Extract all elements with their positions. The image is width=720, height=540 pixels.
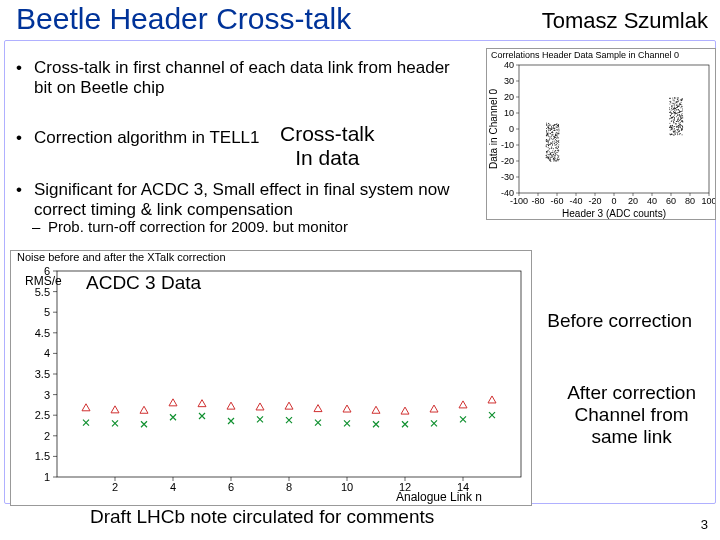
- svg-rect-127: [552, 135, 553, 136]
- svg-rect-420: [673, 109, 674, 110]
- svg-rect-446: [681, 111, 682, 112]
- svg-rect-454: [675, 112, 676, 113]
- svg-rect-221: [552, 155, 553, 156]
- svg-rect-525: [674, 98, 675, 99]
- bullet-2: Correction algorithm in TELL1: [12, 128, 472, 148]
- svg-rect-255: [551, 128, 552, 129]
- svg-rect-398: [682, 118, 683, 119]
- svg-rect-241: [556, 132, 557, 133]
- label-before: Before correction: [547, 310, 692, 332]
- svg-text:4: 4: [44, 347, 50, 359]
- svg-rect-336: [674, 117, 675, 118]
- svg-rect-492: [670, 98, 671, 99]
- svg-rect-547: [679, 106, 680, 107]
- svg-rect-390: [671, 121, 672, 122]
- svg-rect-431: [682, 113, 683, 114]
- svg-rect-376: [672, 127, 673, 128]
- svg-rect-267: [558, 149, 559, 150]
- svg-rect-344: [669, 109, 670, 110]
- svg-rect-274: [558, 128, 559, 129]
- svg-rect-509: [682, 111, 683, 112]
- svg-rect-227: [550, 143, 551, 144]
- svg-rect-214: [548, 126, 549, 127]
- bullet-3: Significant for ACDC 3, Small effect in …: [12, 180, 482, 220]
- svg-rect-517: [677, 132, 678, 133]
- chart-scatter-title: Correlations Header Data Sample in Chann…: [491, 50, 679, 60]
- svg-rect-161: [550, 159, 551, 160]
- svg-rect-361: [674, 128, 675, 129]
- svg-rect-89: [554, 152, 555, 153]
- svg-rect-164: [547, 156, 548, 157]
- svg-rect-341: [679, 123, 680, 124]
- svg-rect-465: [674, 126, 675, 127]
- svg-rect-553: [674, 115, 675, 116]
- svg-rect-369: [670, 123, 671, 124]
- svg-rect-495: [676, 105, 677, 106]
- svg-rect-116: [546, 140, 547, 141]
- svg-rect-370: [673, 121, 674, 122]
- svg-rect-270: [548, 141, 549, 142]
- svg-rect-367: [678, 132, 679, 133]
- svg-text:-20: -20: [588, 196, 601, 206]
- svg-rect-266: [554, 156, 555, 157]
- svg-rect-392: [677, 115, 678, 116]
- svg-rect-290: [552, 132, 553, 133]
- svg-rect-151: [549, 159, 550, 160]
- svg-text:6: 6: [228, 481, 234, 493]
- svg-text:-80: -80: [531, 196, 544, 206]
- svg-rect-548: [673, 123, 674, 124]
- svg-rect-213: [551, 136, 552, 137]
- svg-rect-557: [673, 131, 674, 132]
- svg-text:0: 0: [509, 124, 514, 134]
- svg-text:0: 0: [611, 196, 616, 206]
- svg-rect-240: [546, 128, 547, 129]
- svg-rect-334: [670, 130, 671, 131]
- svg-rect-388: [681, 117, 682, 118]
- svg-rect-443: [674, 129, 675, 130]
- svg-rect-470: [682, 129, 683, 130]
- svg-rect-257: [558, 141, 559, 142]
- footer-note: Draft LHCb note circulated for comments: [90, 506, 434, 528]
- svg-rect-51: [558, 133, 559, 134]
- svg-rect-52: [557, 155, 558, 156]
- svg-rect-425: [680, 107, 681, 108]
- svg-rect-513: [680, 104, 681, 105]
- svg-rect-506: [682, 134, 683, 135]
- svg-rect-143: [554, 157, 555, 158]
- svg-rect-389: [681, 102, 682, 103]
- svg-rect-157: [553, 130, 554, 131]
- svg-rect-313: [678, 112, 679, 113]
- svg-rect-471: [671, 113, 672, 114]
- svg-rect-526: [674, 104, 675, 105]
- svg-rect-532: [681, 121, 682, 122]
- svg-rect-415: [679, 134, 680, 135]
- svg-rect-286: [552, 143, 553, 144]
- svg-rect-324: [675, 98, 676, 99]
- svg-rect-189: [553, 154, 554, 155]
- svg-rect-237: [555, 145, 556, 146]
- svg-rect-530: [670, 115, 671, 116]
- svg-rect-232: [546, 139, 547, 140]
- svg-rect-149: [552, 144, 553, 145]
- svg-text:RMS/e: RMS/e: [25, 274, 62, 288]
- svg-rect-562: [680, 99, 681, 100]
- svg-rect-169: [548, 128, 549, 129]
- svg-rect-498: [678, 129, 679, 130]
- svg-rect-535: [671, 117, 672, 118]
- annotation-crosstalk-l1: Cross-talk: [280, 122, 375, 145]
- svg-rect-543: [671, 106, 672, 107]
- svg-rect-552: [674, 134, 675, 135]
- svg-rect-197: [555, 124, 556, 125]
- label-after: After correction Channel from same link: [567, 382, 696, 448]
- svg-rect-186: [546, 134, 547, 135]
- svg-rect-297: [549, 156, 550, 157]
- svg-rect-537: [680, 127, 681, 128]
- svg-rect-304: [676, 101, 677, 102]
- svg-rect-463: [681, 100, 682, 101]
- svg-rect-258: [555, 139, 556, 140]
- svg-rect-508: [678, 125, 679, 126]
- chart-noise-title: Noise before and after the XTalk correct…: [17, 251, 226, 263]
- svg-rect-531: [680, 116, 681, 117]
- svg-rect-539: [672, 117, 673, 118]
- svg-rect-423: [682, 121, 683, 122]
